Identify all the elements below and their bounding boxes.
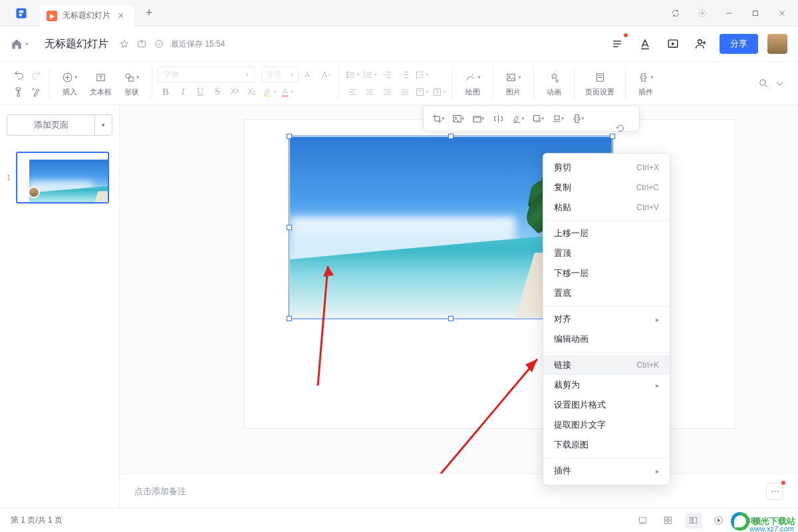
menu-send-back[interactable]: 置底 [543,283,670,303]
insert-menu[interactable]: ▾ 插入 [55,69,84,97]
resize-handle[interactable] [287,225,292,230]
share-button[interactable]: 分享 [720,34,758,54]
chevron-down-icon[interactable]: ▾ [94,115,112,135]
menu-link[interactable]: 链接Ctrl+K [543,355,670,375]
menu-bring-front[interactable]: 置顶 [543,243,670,263]
add-collaborator-icon[interactable] [692,35,710,53]
resize-handle[interactable] [287,134,292,139]
strikethrough-button[interactable]: S [209,84,225,100]
plugin-float-button[interactable]: ▾ [569,109,587,128]
text-format-icon[interactable] [636,35,654,53]
outline-icon[interactable] [608,35,626,53]
menu-send-backward[interactable]: 下移一层 [543,263,670,283]
window-minimize-button[interactable] [716,0,742,27]
line-spacing-button[interactable]: ▾ [414,66,430,82]
decrease-font-button[interactable] [317,66,333,82]
format-painter-button[interactable] [11,84,27,100]
italic-button[interactable]: I [175,84,191,100]
menu-extract-text[interactable]: 提取图片文字 [543,415,670,435]
font-size-select[interactable]: 字号▾ [261,66,299,82]
grid-view-icon[interactable] [660,513,676,529]
align-justify-button[interactable] [396,84,412,100]
more-button[interactable]: ⋯ [766,483,783,500]
menu-edit-animation[interactable]: 编辑动画 [543,329,670,349]
menu-bring-forward[interactable]: 上移一层 [543,223,670,243]
mask-button[interactable]: ▾ [469,109,487,128]
sync-icon[interactable] [662,0,689,27]
svg-rect-21 [282,95,289,96]
undo-button[interactable] [11,66,27,82]
menu-image-format[interactable]: 设置图片格式 [543,395,670,415]
export-icon[interactable] [136,39,147,49]
border-button[interactable]: ▾ [509,109,527,128]
underline-button[interactable]: U [192,84,208,100]
resize-handle[interactable] [448,134,454,139]
draw-menu[interactable]: ▾ 绘图 [458,69,487,97]
menu-paste[interactable]: 粘贴Ctrl+V [543,198,670,217]
font-color-button[interactable]: ▾ [279,84,295,100]
slide[interactable]: ▾ ▾ ▾ ▾ ▾ ▾ ▾ [245,120,734,428]
normal-view-icon[interactable] [686,513,702,529]
star-icon[interactable] [119,39,130,49]
search-button[interactable] [755,75,771,91]
resize-handle[interactable] [448,316,454,321]
collapse-toolbar-button[interactable] [771,75,787,91]
add-page-button[interactable]: 添加页面 ▾ [7,114,112,136]
subscript-button[interactable]: X₂ [244,84,260,100]
textbox-button[interactable]: 文本框 [84,69,117,97]
menu-crop-as[interactable]: 裁剪为▸ [543,375,670,395]
vertical-align-button[interactable]: ▾ [414,84,430,100]
number-list-button[interactable]: 123▾ [362,66,378,82]
menu-copy[interactable]: 复制Ctrl+C [543,178,670,198]
window-maximize-button[interactable] [742,0,769,27]
plugin-menu[interactable]: ▾ 插件 [631,69,660,97]
document-tab[interactable]: ▶ 无标题幻灯片 × [40,5,134,27]
resize-handle[interactable] [610,134,615,139]
new-tab-button[interactable]: + [140,4,158,23]
tab-close-button[interactable]: × [116,11,126,21]
menu-cut[interactable]: 剪切Ctrl+X [543,158,670,178]
crop-button[interactable]: ▾ [429,109,448,128]
bold-button[interactable]: B [158,84,174,100]
statusbar: 第 1 页/共 1 页 88% [0,508,798,532]
arrange-button[interactable]: ▾ [549,109,567,128]
image-menu[interactable]: ▾ 图片 [499,69,528,97]
window-close-button[interactable] [769,0,795,27]
replace-image-button[interactable]: ▾ [449,109,467,128]
redo-button[interactable] [28,66,44,82]
notes-area[interactable]: 点击添加备注 ⋯ [120,473,798,508]
canvas[interactable]: ▾ ▾ ▾ ▾ ▾ ▾ ▾ [120,105,798,508]
align-center-button[interactable] [362,84,378,100]
clear-format-button[interactable] [28,84,44,100]
present-icon[interactable] [664,35,682,53]
bullet-list-button[interactable]: ▾ [344,66,360,82]
svg-rect-55 [417,88,424,95]
animation-button[interactable]: 动画 [539,69,569,97]
settings-icon[interactable] [689,0,716,27]
user-avatar[interactable] [767,34,787,54]
menu-download-original[interactable]: 下载原图 [543,435,670,455]
rotate-handle[interactable] [616,124,625,133]
align-left-button[interactable] [344,84,360,100]
page-setup-button[interactable]: 页面设置 [580,69,620,97]
text-direction-button[interactable]: ▾ [431,84,447,100]
document-title[interactable]: 无标题幻灯片 [45,37,108,51]
notes-toggle-icon[interactable] [635,513,651,529]
shadow-button[interactable]: ▾ [529,109,547,128]
home-button[interactable]: ▾ [11,38,29,50]
slide-thumbnail[interactable] [16,152,109,203]
superscript-button[interactable]: X² [227,84,243,100]
indent-button[interactable] [396,66,412,82]
align-right-button[interactable] [379,84,395,100]
resize-handle[interactable] [287,316,292,321]
menu-align[interactable]: 对齐▸ [543,309,670,329]
menu-plugins[interactable]: 插件▸ [543,461,670,481]
outdent-button[interactable] [379,66,395,82]
play-icon[interactable] [711,513,727,529]
font-family-select[interactable]: 字体▾ [158,66,255,82]
flip-button[interactable] [489,109,507,128]
svg-point-13 [698,40,702,44]
increase-font-button[interactable] [300,66,316,82]
shape-menu[interactable]: ▾ 形状 [117,69,146,97]
highlight-color-button[interactable]: ▾ [261,84,277,100]
